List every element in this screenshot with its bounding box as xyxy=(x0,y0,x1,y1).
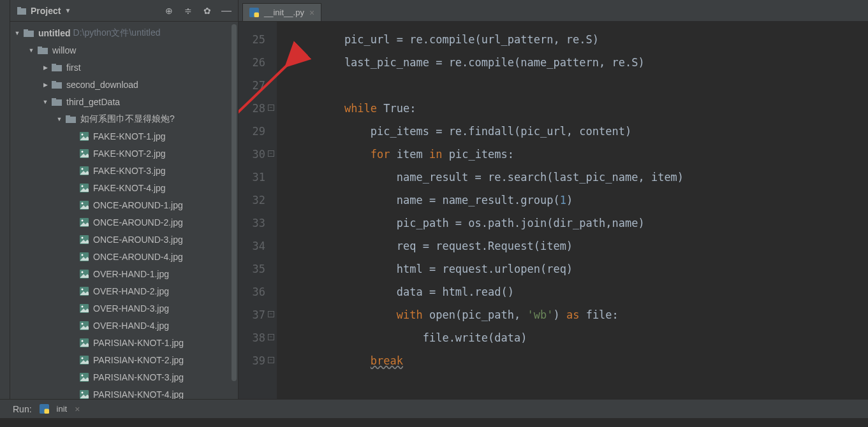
svg-rect-1 xyxy=(17,7,21,9)
svg-point-31 xyxy=(82,271,84,273)
tree-label: FAKE-KNOT-3.jpg xyxy=(93,166,166,176)
tree-label: FAKE-KNOT-4.jpg xyxy=(93,183,166,193)
close-icon[interactable]: × xyxy=(75,404,80,414)
code-line[interactable]: name = name_result.group(1) xyxy=(292,189,868,212)
svg-rect-10 xyxy=(52,99,62,106)
project-icon xyxy=(17,6,27,15)
tree-row-file[interactable]: OVER-HAND-3.jpg xyxy=(10,300,238,317)
tab-label: __init__.py xyxy=(264,8,304,17)
tree-row-file[interactable]: PARISIAN-KNOT-4.jpg xyxy=(10,386,238,399)
image-file-icon xyxy=(79,338,89,348)
tree-row-file[interactable]: FAKE-KNOT-2.jpg xyxy=(10,145,238,162)
tree-row-file[interactable]: ONCE-AROUND-2.jpg xyxy=(10,214,238,231)
gutter-line[interactable]: 37− xyxy=(239,303,265,326)
tree-label: second_download xyxy=(66,80,138,90)
tree-row-file[interactable]: PARISIAN-KNOT-1.jpg xyxy=(10,334,238,351)
fold-icon[interactable]: − xyxy=(268,150,274,157)
gutter-line[interactable]: 33 xyxy=(239,212,265,235)
tree-row-second[interactable]: ▶ second_download xyxy=(10,76,238,93)
fold-icon[interactable]: − xyxy=(268,334,274,340)
tree-row-file[interactable]: ONCE-AROUND-1.jpg xyxy=(10,196,238,214)
code-line[interactable]: name_result = re.search(last_pic_name, i… xyxy=(292,166,868,189)
tree-row-root[interactable]: ▼ untitled D:\python文件\untitled xyxy=(10,24,238,41)
code-line[interactable]: pic_path = os.path.join(dir_path,name) xyxy=(292,212,868,235)
tree-row-first[interactable]: ▶ first xyxy=(10,59,238,76)
code-line[interactable]: last_pic_name = re.compile(name_pattern,… xyxy=(292,51,868,74)
fold-icon[interactable]: − xyxy=(268,311,274,317)
gutter-line[interactable]: 35 xyxy=(239,257,265,280)
line-gutter[interactable]: 25262728−2930−31323334353637−38−39− xyxy=(239,22,277,399)
image-file-icon xyxy=(79,200,89,210)
code-editor[interactable]: 25262728−2930−31323334353637−38−39− pic_… xyxy=(239,22,868,399)
tree-scrollbar[interactable] xyxy=(232,24,237,381)
tree-row-file[interactable]: PARISIAN-KNOT-2.jpg xyxy=(10,351,238,368)
gear-icon[interactable]: ✿ xyxy=(202,6,212,16)
gutter-line[interactable]: 28− xyxy=(239,97,265,120)
chevron-down-icon[interactable]: ▼ xyxy=(28,47,34,54)
fold-icon[interactable]: − xyxy=(268,105,274,111)
code-line[interactable]: pic_url = re.compile(url_pattern, re.S) xyxy=(292,28,868,51)
tree-label: 如何系围巾不显得娘炮? xyxy=(80,113,175,125)
chevron-right-icon[interactable]: ▶ xyxy=(42,82,48,88)
code-line[interactable]: while True: xyxy=(292,97,868,120)
gutter-line[interactable]: 32 xyxy=(239,189,265,212)
locate-icon[interactable]: ⊕ xyxy=(164,6,174,16)
tree-row-file[interactable]: ONCE-AROUND-4.jpg xyxy=(10,248,238,265)
gutter-line[interactable]: 25 xyxy=(239,28,265,51)
tree-label: ONCE-AROUND-2.jpg xyxy=(93,217,183,228)
run-tool-window-bar[interactable]: Run: init × xyxy=(0,399,868,418)
chevron-down-icon[interactable]: ▼ xyxy=(56,116,63,122)
tree-row-file[interactable]: OVER-HAND-2.jpg xyxy=(10,282,238,300)
gutter-line[interactable]: 39− xyxy=(239,349,265,372)
code-line[interactable]: data = html.read() xyxy=(292,280,868,303)
tree-row-third[interactable]: ▼ third_getData xyxy=(10,93,238,110)
gutter-line[interactable]: 26 xyxy=(239,51,265,74)
svg-rect-11 xyxy=(52,98,56,100)
image-file-icon xyxy=(79,235,89,245)
svg-point-33 xyxy=(82,288,84,290)
fold-icon[interactable]: − xyxy=(268,357,274,363)
code-line[interactable]: break xyxy=(292,349,868,372)
collapse-icon[interactable]: ≑ xyxy=(183,6,193,16)
gutter-line[interactable]: 34 xyxy=(239,235,265,257)
project-tree[interactable]: ▼ untitled D:\python文件\untitled ▼ willow… xyxy=(10,22,238,399)
image-file-icon xyxy=(79,321,89,331)
svg-rect-2 xyxy=(24,31,34,37)
tree-row-file[interactable]: ONCE-AROUND-3.jpg xyxy=(10,231,238,248)
project-title-button[interactable]: Project ▼ xyxy=(17,6,71,16)
tree-row-file[interactable]: FAKE-KNOT-4.jpg xyxy=(10,179,238,196)
svg-rect-4 xyxy=(38,48,48,54)
tree-row-file[interactable]: FAKE-KNOT-3.jpg xyxy=(10,162,238,179)
gutter-line[interactable]: 27 xyxy=(239,74,265,97)
code-line[interactable]: with open(pic_path, 'wb') as file: xyxy=(292,303,868,326)
code-line[interactable]: html = request.urlopen(req) xyxy=(292,257,868,280)
chevron-right-icon[interactable]: ▶ xyxy=(42,64,48,71)
tree-row-willow[interactable]: ▼ willow xyxy=(10,41,238,59)
code-line[interactable]: file.write(data) xyxy=(292,326,868,349)
code-line[interactable] xyxy=(292,74,868,97)
gutter-bar-left xyxy=(0,0,10,399)
image-file-icon xyxy=(79,389,89,400)
folder-icon xyxy=(51,62,63,72)
hide-icon[interactable]: — xyxy=(221,6,232,16)
code-line[interactable]: pic_items = re.findall(pic_url, content) xyxy=(292,120,868,143)
code-line[interactable]: for item in pic_items: xyxy=(292,143,868,166)
tree-label: first xyxy=(66,62,81,73)
gutter-line[interactable]: 30− xyxy=(239,143,265,166)
close-icon[interactable]: × xyxy=(309,8,314,18)
code-content[interactable]: pic_url = re.compile(url_pattern, re.S) … xyxy=(277,22,868,399)
tree-row-file[interactable]: OVER-HAND-1.jpg xyxy=(10,265,238,282)
tree-row-file[interactable]: PARISIAN-KNOT-3.jpg xyxy=(10,368,238,386)
chevron-down-icon[interactable]: ▼ xyxy=(14,30,20,36)
chevron-down-icon[interactable]: ▼ xyxy=(42,99,48,105)
svg-rect-8 xyxy=(52,82,62,89)
gutter-line[interactable]: 29 xyxy=(239,120,265,143)
tree-row-file[interactable]: FAKE-KNOT-1.jpg xyxy=(10,127,238,145)
editor-tab-init[interactable]: __init__.py × xyxy=(242,3,321,21)
tree-row-subfolder[interactable]: ▼ 如何系围巾不显得娘炮? xyxy=(10,110,238,127)
code-line[interactable]: req = request.Request(item) xyxy=(292,235,868,257)
gutter-line[interactable]: 38− xyxy=(239,326,265,349)
tree-row-file[interactable]: OVER-HAND-4.jpg xyxy=(10,317,238,334)
gutter-line[interactable]: 31 xyxy=(239,166,265,189)
gutter-line[interactable]: 36 xyxy=(239,280,265,303)
